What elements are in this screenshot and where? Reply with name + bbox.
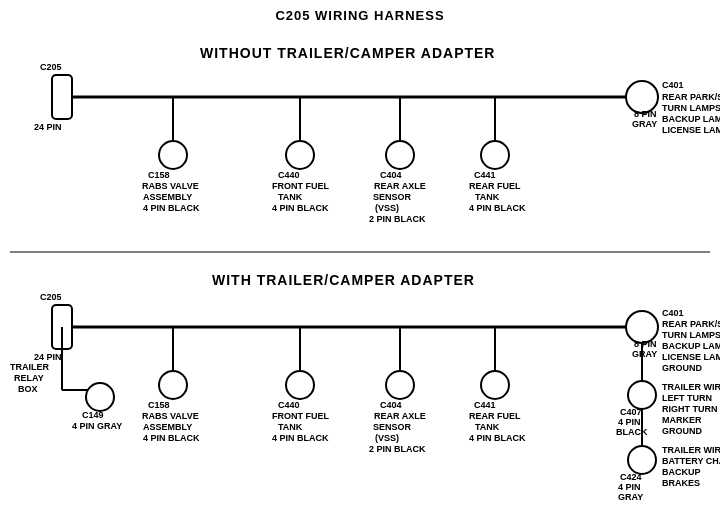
svg-text:REAR PARK/STOP: REAR PARK/STOP bbox=[662, 319, 720, 329]
svg-text:4 PIN BLACK: 4 PIN BLACK bbox=[143, 203, 200, 213]
svg-text:BACKUP: BACKUP bbox=[662, 467, 701, 477]
svg-text:SENSOR: SENSOR bbox=[373, 192, 412, 202]
svg-text:4 PIN BLACK: 4 PIN BLACK bbox=[469, 433, 526, 443]
svg-text:24 PIN: 24 PIN bbox=[34, 122, 62, 132]
svg-text:WITH TRAILER/CAMPER ADAPTER: WITH TRAILER/CAMPER ADAPTER bbox=[212, 272, 475, 288]
svg-text:RELAY: RELAY bbox=[14, 373, 44, 383]
svg-point-64 bbox=[628, 446, 656, 474]
svg-text:C401: C401 bbox=[662, 80, 684, 90]
svg-text:8 PIN: 8 PIN bbox=[634, 339, 657, 349]
svg-point-20 bbox=[286, 141, 314, 169]
svg-text:ASSEMBLY: ASSEMBLY bbox=[143, 422, 192, 432]
svg-text:TURN LAMPS: TURN LAMPS bbox=[662, 330, 720, 340]
svg-point-5 bbox=[626, 81, 658, 113]
svg-text:4 PIN BLACK: 4 PIN BLACK bbox=[272, 203, 329, 213]
svg-text:TANK: TANK bbox=[475, 422, 500, 432]
svg-text:BATTERY CHARGE: BATTERY CHARGE bbox=[662, 456, 720, 466]
svg-point-44 bbox=[626, 311, 658, 343]
svg-text:4 PIN: 4 PIN bbox=[618, 482, 641, 492]
svg-point-77 bbox=[86, 383, 114, 411]
svg-text:C401: C401 bbox=[662, 308, 684, 318]
svg-text:TANK: TANK bbox=[278, 422, 303, 432]
svg-text:4 PIN BLACK: 4 PIN BLACK bbox=[272, 433, 329, 443]
svg-text:ASSEMBLY: ASSEMBLY bbox=[143, 192, 192, 202]
svg-point-81 bbox=[159, 371, 187, 399]
svg-text:2 PIN BLACK: 2 PIN BLACK bbox=[369, 214, 426, 224]
svg-text:24 PIN: 24 PIN bbox=[34, 352, 62, 362]
svg-point-14 bbox=[159, 141, 187, 169]
svg-text:TANK: TANK bbox=[278, 192, 303, 202]
svg-text:LICENSE LAMPS: LICENSE LAMPS bbox=[662, 125, 720, 135]
svg-point-87 bbox=[286, 371, 314, 399]
svg-point-54 bbox=[628, 381, 656, 409]
svg-text:RABS VALVE: RABS VALVE bbox=[142, 411, 199, 421]
svg-text:RABS VALVE: RABS VALVE bbox=[142, 181, 199, 191]
svg-text:REAR AXLE: REAR AXLE bbox=[374, 181, 426, 191]
svg-rect-2 bbox=[52, 75, 72, 119]
svg-text:C404: C404 bbox=[380, 400, 402, 410]
svg-text:C440: C440 bbox=[278, 170, 300, 180]
svg-text:(VSS): (VSS) bbox=[375, 433, 399, 443]
svg-text:C407: C407 bbox=[620, 407, 642, 417]
svg-rect-41 bbox=[52, 305, 72, 349]
svg-text:GRAY: GRAY bbox=[618, 492, 643, 502]
svg-text:C424: C424 bbox=[620, 472, 642, 482]
svg-text:GROUND: GROUND bbox=[662, 426, 702, 436]
page-title: C205 WIRING HARNESS bbox=[0, 0, 720, 23]
svg-text:TANK: TANK bbox=[475, 192, 500, 202]
svg-text:C158: C158 bbox=[148, 170, 170, 180]
svg-text:RIGHT TURN: RIGHT TURN bbox=[662, 404, 718, 414]
svg-point-93 bbox=[386, 371, 414, 399]
svg-text:REAR FUEL: REAR FUEL bbox=[469, 181, 521, 191]
svg-text:(VSS): (VSS) bbox=[375, 203, 399, 213]
svg-text:2 PIN BLACK: 2 PIN BLACK bbox=[369, 444, 426, 454]
svg-text:FRONT FUEL: FRONT FUEL bbox=[272, 181, 329, 191]
svg-text:LEFT TURN: LEFT TURN bbox=[662, 393, 712, 403]
svg-text:BACKUP LAMPS: BACKUP LAMPS bbox=[662, 341, 720, 351]
svg-text:GRAY: GRAY bbox=[632, 119, 657, 129]
svg-text:4 PIN BLACK: 4 PIN BLACK bbox=[469, 203, 526, 213]
svg-text:TRAILER WIRES: TRAILER WIRES bbox=[662, 445, 720, 455]
svg-text:REAR FUEL: REAR FUEL bbox=[469, 411, 521, 421]
svg-text:C440: C440 bbox=[278, 400, 300, 410]
svg-text:C441: C441 bbox=[474, 170, 496, 180]
svg-point-33 bbox=[481, 141, 509, 169]
svg-text:4 PIN: 4 PIN bbox=[618, 417, 641, 427]
svg-text:TRAILER: TRAILER bbox=[10, 362, 49, 372]
svg-text:BRAKES: BRAKES bbox=[662, 478, 700, 488]
svg-text:REAR PARK/STOP: REAR PARK/STOP bbox=[662, 92, 720, 102]
svg-text:BOX: BOX bbox=[18, 384, 38, 394]
svg-text:GRAY: GRAY bbox=[632, 349, 657, 359]
svg-text:C205: C205 bbox=[40, 62, 62, 72]
svg-text:8 PIN: 8 PIN bbox=[634, 109, 657, 119]
wiring-diagram: WITHOUT TRAILER/CAMPER ADAPTER C205 24 P… bbox=[0, 0, 720, 517]
svg-text:C441: C441 bbox=[474, 400, 496, 410]
svg-text:C205: C205 bbox=[40, 292, 62, 302]
svg-text:GROUND: GROUND bbox=[662, 363, 702, 373]
svg-text:BACKUP LAMPS: BACKUP LAMPS bbox=[662, 114, 720, 124]
svg-text:4 PIN GRAY: 4 PIN GRAY bbox=[72, 421, 122, 431]
svg-text:LICENSE LAMPS: LICENSE LAMPS bbox=[662, 352, 720, 362]
svg-text:WITHOUT  TRAILER/CAMPER ADAPTE: WITHOUT TRAILER/CAMPER ADAPTER bbox=[200, 45, 495, 61]
svg-point-26 bbox=[386, 141, 414, 169]
svg-text:REAR AXLE: REAR AXLE bbox=[374, 411, 426, 421]
svg-text:FRONT FUEL: FRONT FUEL bbox=[272, 411, 329, 421]
svg-text:4 PIN BLACK: 4 PIN BLACK bbox=[143, 433, 200, 443]
svg-point-100 bbox=[481, 371, 509, 399]
svg-text:BLACK: BLACK bbox=[616, 427, 648, 437]
svg-text:TRAILER WIRES: TRAILER WIRES bbox=[662, 382, 720, 392]
svg-text:TURN LAMPS: TURN LAMPS bbox=[662, 103, 720, 113]
svg-text:C158: C158 bbox=[148, 400, 170, 410]
svg-text:SENSOR: SENSOR bbox=[373, 422, 412, 432]
svg-text:C149: C149 bbox=[82, 410, 104, 420]
svg-text:MARKER: MARKER bbox=[662, 415, 702, 425]
svg-text:C404: C404 bbox=[380, 170, 402, 180]
